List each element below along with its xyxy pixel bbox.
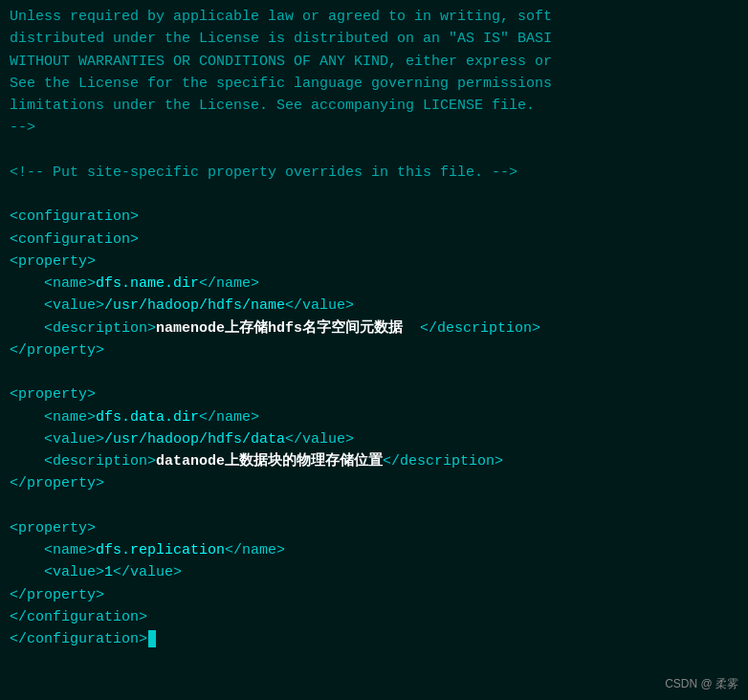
close-property-1: </property> [10, 339, 738, 361]
comment-line-5: limitations under the License. See accom… [10, 95, 738, 117]
comment-line-4: See the License for the specific languag… [10, 73, 738, 95]
comment-line-3: WITHOUT WARRANTIES OR CONDITIONS OF ANY … [10, 51, 738, 73]
open-configuration-2: <configuration> [10, 229, 738, 251]
open-property-3: <property> [10, 517, 738, 539]
watermark: CSDN @ 柔雾 [665, 676, 738, 692]
code-editor: Unless required by applicable law or agr… [0, 0, 748, 700]
close-property-2: </property> [10, 472, 738, 494]
name-dfs-name-dir: <name>dfs.name.dir</name> [10, 273, 738, 295]
desc-dfs-data-dir: <description>datanode上数据块的物理存储位置</descri… [10, 450, 738, 472]
name-dfs-data-dir: <name>dfs.data.dir</name> [10, 406, 738, 428]
open-configuration-1: <configuration> [10, 206, 738, 228]
close-property-3: </property> [10, 584, 738, 606]
comment-close-1: --> [10, 117, 738, 139]
comment-line-1: Unless required by applicable law or agr… [10, 6, 738, 28]
value-dfs-replication: <value>1</value> [10, 561, 738, 583]
value-dfs-name-dir: <value>/usr/hadoop/hdfs/name</value> [10, 295, 738, 317]
empty-4 [10, 495, 738, 517]
close-configuration-1: </configuration> [10, 606, 738, 628]
comment-line-2: distributed under the License is distrib… [10, 28, 738, 50]
open-property-2: <property> [10, 383, 738, 405]
comment-site-specific: <!-- Put site-specific property override… [10, 162, 738, 184]
close-configuration-2: </configuration> [10, 628, 738, 650]
name-dfs-replication: <name>dfs.replication</name> [10, 539, 738, 561]
empty-2 [10, 184, 738, 206]
empty-1 [10, 140, 738, 162]
open-property-1: <property> [10, 251, 738, 273]
desc-dfs-name-dir: <description>namenode上存储hdfs名字空间元数据 </de… [10, 317, 738, 339]
value-dfs-data-dir: <value>/usr/hadoop/hdfs/data</value> [10, 428, 738, 450]
empty-3 [10, 361, 738, 383]
